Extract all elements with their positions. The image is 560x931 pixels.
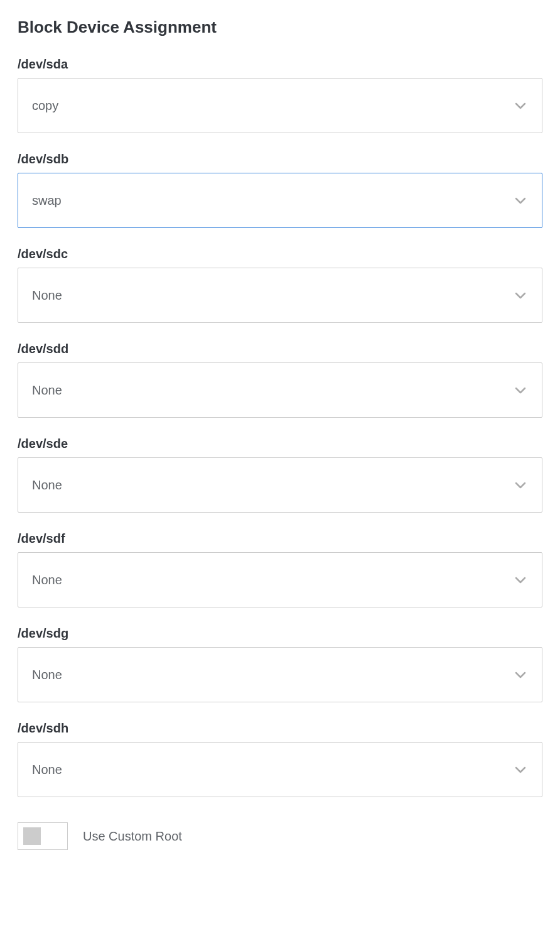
chevron-down-icon	[513, 762, 528, 777]
custom-root-toggle[interactable]	[18, 822, 68, 850]
device-select-value: None	[32, 478, 62, 493]
device-select-value: swap	[32, 193, 62, 208]
device-select-sdg[interactable]: None	[18, 647, 542, 702]
device-label-sdd: /dev/sdd	[18, 342, 542, 356]
chevron-down-icon	[513, 572, 528, 587]
device-select-sdb[interactable]: swap	[18, 173, 542, 228]
chevron-down-icon	[513, 667, 528, 682]
device-select-value: None	[32, 763, 62, 777]
device-select-sdc[interactable]: None	[18, 268, 542, 323]
device-label-sdb: /dev/sdb	[18, 152, 542, 166]
chevron-down-icon	[513, 288, 528, 303]
device-select-value: None	[32, 668, 62, 682]
chevron-down-icon	[513, 383, 528, 398]
chevron-down-icon	[513, 193, 528, 208]
device-label-sdg: /dev/sdg	[18, 626, 542, 641]
device-select-value: None	[32, 573, 62, 587]
device-label-sde: /dev/sde	[18, 437, 542, 451]
device-select-sda[interactable]: copy	[18, 78, 542, 133]
device-select-sde[interactable]: None	[18, 457, 542, 513]
device-label-sdh: /dev/sdh	[18, 721, 542, 736]
device-label-sda: /dev/sda	[18, 57, 542, 72]
device-select-sdf[interactable]: None	[18, 552, 542, 607]
custom-root-label: Use Custom Root	[83, 829, 182, 844]
chevron-down-icon	[513, 477, 528, 493]
device-label-sdc: /dev/sdc	[18, 247, 542, 261]
device-select-value: None	[32, 288, 62, 303]
device-select-sdd[interactable]: None	[18, 362, 542, 418]
chevron-down-icon	[513, 98, 528, 113]
device-select-sdh[interactable]: None	[18, 742, 542, 797]
toggle-handle	[23, 827, 41, 845]
device-label-sdf: /dev/sdf	[18, 531, 542, 546]
device-select-value: None	[32, 383, 62, 398]
device-select-value: copy	[32, 99, 58, 113]
section-title: Block Device Assignment	[18, 18, 542, 37]
